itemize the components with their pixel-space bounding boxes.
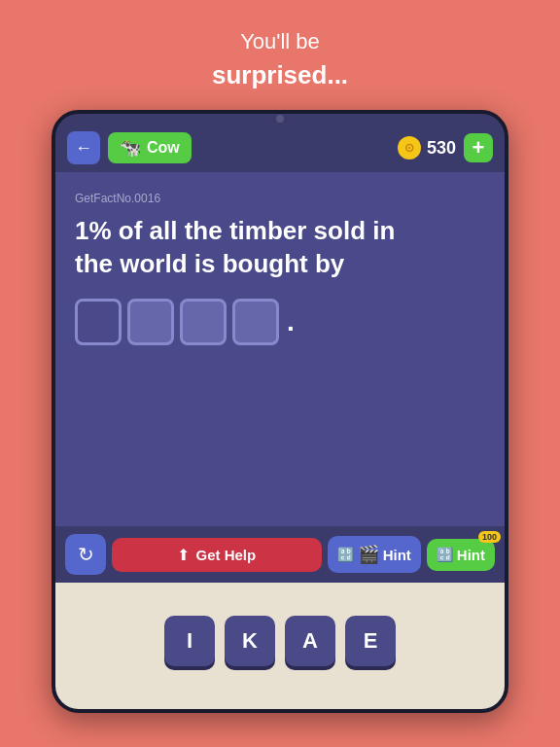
refresh-button[interactable]: ↻ <box>65 534 106 575</box>
keyboard-area: I K A E <box>55 583 505 709</box>
blank-box-4[interactable] <box>232 299 279 345</box>
coin-icon: ⊙ <box>398 136 421 160</box>
refresh-icon: ↻ <box>78 543 94 566</box>
blank-box-1[interactable] <box>75 299 122 345</box>
cow-icon: 🐄 <box>120 137 141 159</box>
back-button[interactable]: ← <box>67 131 100 164</box>
coin-count: 530 <box>427 138 456 159</box>
tablet-frame: ← 🐄 Cow ⊙ 530 + GetFactNo.0016 1% of all… <box>52 110 508 713</box>
letter-tile-i[interactable]: I <box>164 616 215 666</box>
sentence-period: . <box>287 306 295 338</box>
hint1-icon: 🔡 <box>337 547 354 562</box>
letter-tile-a[interactable]: A <box>285 616 335 666</box>
upload-icon: ⬆ <box>177 546 190 564</box>
fact-label: GetFactNo.0016 <box>75 192 485 205</box>
hint1-film-icon: 🎬 <box>358 544 379 565</box>
app-toolbar: ↻ ⬆ Get Help 🔡 🎬 Hint 🔡 Hint 100 <box>55 526 505 583</box>
letter-row: I K A E <box>164 616 396 666</box>
tagline-line2: surprised... <box>212 57 348 92</box>
hint1-button[interactable]: 🔡 🎬 Hint <box>328 536 421 573</box>
add-coins-button[interactable]: + <box>464 133 493 162</box>
tablet-topbar <box>55 114 505 124</box>
get-help-label: Get Help <box>195 547 256 563</box>
letter-tile-e[interactable]: E <box>345 616 396 666</box>
category-name: Cow <box>147 139 180 157</box>
hint2-cost-badge: 100 <box>478 531 501 543</box>
fact-text: 1% of all the timber sold in the world i… <box>75 215 485 281</box>
category-badge[interactable]: 🐄 Cow <box>108 132 192 163</box>
coins-display: ⊙ 530 <box>398 136 456 160</box>
hint1-label: Hint <box>383 547 411 563</box>
app-header: ← 🐄 Cow ⊙ 530 + <box>55 124 505 172</box>
word-blanks: . <box>75 299 485 345</box>
letter-tile-k[interactable]: K <box>225 616 275 666</box>
app-content: GetFactNo.0016 1% of all the timber sold… <box>55 172 505 526</box>
tablet-camera <box>276 115 284 123</box>
blank-box-2[interactable] <box>127 299 174 345</box>
tagline-line1: You'll be <box>212 27 348 57</box>
hint2-icon: 🔡 <box>437 547 453 562</box>
blank-box-3[interactable] <box>180 299 227 345</box>
get-help-button[interactable]: ⬆ Get Help <box>112 538 322 572</box>
top-tagline: You'll be surprised... <box>212 27 348 92</box>
hint2-label: Hint <box>457 547 485 563</box>
hint2-button[interactable]: 🔡 Hint 100 <box>427 539 495 571</box>
